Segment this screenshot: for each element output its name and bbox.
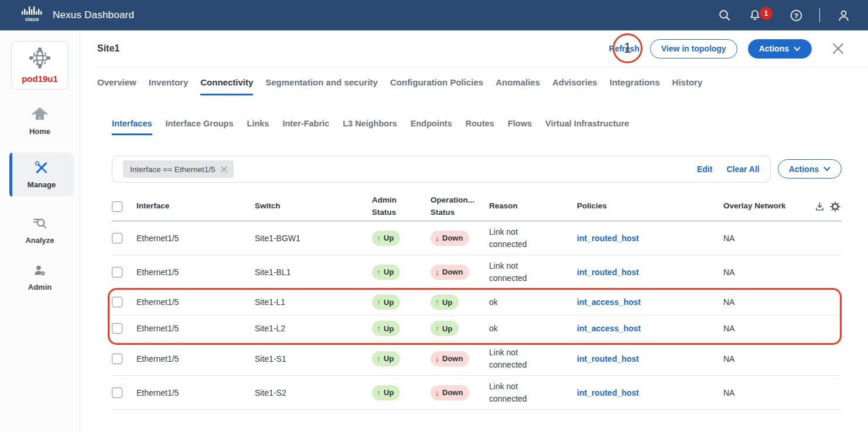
table-row: Ethernet1/5 Site1-L1 ↑Up ↑Up ok int_acce… — [112, 289, 842, 316]
tab-segmentation-and-security[interactable]: Segmentation and security — [265, 77, 378, 95]
notifications[interactable]: 1 — [748, 8, 762, 22]
tab-overview[interactable]: Overview — [97, 77, 136, 95]
cell-interface: Ethernet1/5 — [136, 268, 255, 277]
help-icon[interactable]: ? — [789, 8, 803, 22]
oper-status-badge: ↓Down — [430, 231, 469, 246]
subtab-links[interactable]: Links — [247, 119, 269, 135]
tab-advisories[interactable]: Advisories — [552, 77, 597, 95]
subtab-flows[interactable]: Flows — [508, 119, 532, 135]
sidebar-item-admin[interactable]: Admin — [0, 263, 80, 292]
tab-integrations[interactable]: Integrations — [610, 77, 660, 95]
chip-remove-icon[interactable] — [220, 166, 228, 173]
col-reason[interactable]: Reason — [489, 200, 577, 212]
cell-overlay: NA — [723, 268, 814, 277]
subtab-bar: Interfaces Interface Groups Links Inter-… — [112, 119, 842, 135]
tools-icon — [34, 160, 49, 177]
selected-indicator — [9, 153, 12, 197]
sidebar-item-home[interactable]: Home — [0, 108, 80, 136]
cell-reason: ok — [489, 323, 543, 335]
up-arrow-icon: ↑ — [435, 324, 439, 333]
chevron-down-icon — [794, 46, 801, 52]
cell-reason: Link not connected — [489, 380, 543, 405]
cell-overlay: NA — [723, 388, 814, 397]
gear-icon[interactable] — [830, 201, 840, 212]
policy-link[interactable]: int_access_host — [577, 297, 723, 307]
admin-status-badge: ↑Up — [372, 294, 400, 310]
view-in-topology-button[interactable]: View in topology — [650, 39, 737, 59]
select-all-checkbox[interactable] — [112, 201, 122, 212]
col-policies[interactable]: Policies — [577, 200, 723, 212]
sidebar-item-label: Home — [29, 127, 50, 136]
filter-edit-link[interactable]: Edit — [697, 164, 712, 174]
policy-link[interactable]: int_routed_host — [577, 354, 723, 364]
tab-anomalies[interactable]: Anomalies — [495, 77, 540, 95]
user-icon[interactable] — [836, 8, 850, 22]
cluster-selector[interactable]: pod19u1 — [11, 41, 69, 90]
subtab-inter-fabric[interactable]: Inter-Fabric — [282, 119, 329, 135]
tab-configuration-policies[interactable]: Configuration Policies — [390, 77, 483, 95]
cell-overlay: NA — [723, 297, 814, 307]
row-checkbox[interactable] — [112, 323, 122, 334]
up-arrow-icon: ↑ — [377, 297, 381, 307]
admin-status-badge: ↑Up — [372, 231, 400, 246]
sidebar-item-manage[interactable]: Manage — [9, 153, 74, 197]
row-checkbox[interactable] — [112, 233, 122, 244]
sidebar-item-analyze[interactable]: Analyze — [0, 216, 80, 245]
row-checkbox[interactable] — [112, 297, 122, 307]
row-checkbox[interactable] — [112, 354, 122, 364]
col-interface[interactable]: Interface — [136, 200, 255, 212]
filter-chip[interactable]: Interface == Ethernet1/5 — [123, 160, 234, 178]
cisco-logo-icon: cisco — [20, 5, 45, 25]
table-header-row: Interface Switch Admin Status Operation.… — [112, 192, 842, 221]
subtab-interfaces[interactable]: Interfaces — [112, 119, 152, 135]
subtab-interface-groups[interactable]: Interface Groups — [166, 119, 234, 135]
download-icon[interactable] — [815, 201, 825, 212]
cell-switch: Site1-L1 — [255, 297, 372, 307]
search-icon[interactable] — [717, 8, 732, 22]
cluster-name[interactable]: pod19u1 — [14, 74, 66, 84]
analyze-icon — [32, 216, 47, 233]
subtab-endpoints[interactable]: Endpoints — [411, 119, 452, 135]
actions-button[interactable]: Actions — [748, 39, 812, 59]
policy-link[interactable]: int_access_host — [577, 324, 723, 333]
subtab-l3-neighbors[interactable]: L3 Neighbors — [343, 119, 397, 135]
col-overlay-network[interactable]: Overlay Network — [723, 200, 814, 212]
cell-reason: Link not connected — [489, 260, 543, 284]
annotation-step-circle: 1 — [613, 33, 643, 63]
admin-status-badge: ↑Up — [372, 265, 400, 280]
cell-reason: ok — [489, 296, 543, 308]
oper-status-badge: ↓Down — [430, 265, 469, 280]
policy-link[interactable]: int_routed_host — [577, 234, 723, 243]
filter-clear-all-link[interactable]: Clear All — [726, 164, 759, 174]
subtab-virtual-infrastructure[interactable]: Virtual Infrastructure — [545, 119, 629, 135]
table-row: Ethernet1/5 Site1-BGW1 ↑Up ↓Down Link no… — [112, 221, 842, 255]
tab-connectivity[interactable]: Connectivity — [200, 77, 253, 95]
filter-bar[interactable]: Interface == Ethernet1/5 Edit Clear All — [112, 156, 771, 183]
down-arrow-icon: ↓ — [435, 234, 439, 243]
subtab-routes[interactable]: Routes — [466, 119, 494, 135]
cell-switch: Site1-L2 — [255, 324, 372, 333]
col-operational-status[interactable]: Operation... Status — [430, 194, 480, 218]
row-checkbox[interactable] — [112, 388, 122, 398]
cell-overlay: NA — [723, 234, 814, 243]
cell-interface: Ethernet1/5 — [136, 324, 255, 333]
col-switch[interactable]: Switch — [255, 200, 372, 212]
down-arrow-icon: ↓ — [435, 354, 439, 364]
cluster-icon — [29, 60, 51, 70]
up-arrow-icon: ↑ — [377, 234, 381, 243]
policy-link[interactable]: int_routed_host — [577, 388, 723, 397]
tab-inventory[interactable]: Inventory — [149, 77, 189, 95]
row-checkbox[interactable] — [112, 267, 122, 277]
table-actions-button[interactable]: Actions — [778, 159, 842, 179]
up-arrow-icon: ↑ — [377, 388, 381, 397]
notification-badge[interactable]: 1 — [760, 7, 773, 20]
close-icon[interactable] — [832, 42, 845, 55]
tab-history[interactable]: History — [672, 77, 703, 95]
col-admin-status[interactable]: Admin Status — [372, 194, 421, 218]
filter-chip-label: Interface == Ethernet1/5 — [130, 165, 216, 174]
table-row: Ethernet1/5 Site1-BL1 ↑Up ↓Down Link not… — [112, 255, 842, 289]
oper-status-badge: ↑Up — [430, 321, 459, 336]
policy-link[interactable]: int_routed_host — [577, 268, 723, 277]
cell-overlay: NA — [723, 324, 814, 333]
down-arrow-icon: ↓ — [435, 388, 439, 397]
